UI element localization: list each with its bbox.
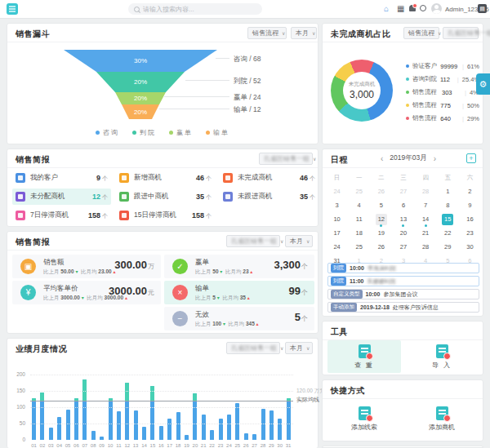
callout-line: [164, 96, 229, 97]
calendar-day[interactable]: 28: [415, 184, 437, 198]
unfollowed-opportunity-icon: [223, 192, 233, 202]
calendar-day[interactable]: 26: [370, 240, 392, 254]
calendar-day[interactable]: 23: [459, 226, 481, 240]
stat-card-lose[interactable]: ×输单比上月 5 ▾ 比月均 35 ▴99个: [164, 281, 314, 304]
calendar-day[interactable]: 6: [392, 198, 414, 212]
calendar-day[interactable]: 3: [326, 198, 348, 212]
briefing-tile[interactable]: 跟进中商机35个: [116, 189, 215, 205]
day-name: 一: [348, 171, 370, 184]
schedule-item[interactable]: 到院11:00朱娜娜到院: [327, 276, 479, 286]
x-tick-label: 06: [72, 443, 80, 448]
briefing-group-filter[interactable]: 孔雀区销售一组∨: [259, 153, 313, 165]
donut-legend-row[interactable]: 咨询到院112|25.4%: [406, 73, 479, 86]
briefing-tile[interactable]: 未完成商机46个: [220, 170, 318, 186]
notifications-bell-icon[interactable]: [409, 5, 416, 11]
calendar-day[interactable]: 14: [415, 212, 437, 226]
donut-legend-row[interactable]: 销售流程303|4%: [406, 86, 479, 99]
briefing-tile[interactable]: 7日停滞商机158个: [12, 207, 111, 224]
calendar-day[interactable]: 7: [415, 198, 437, 212]
stats-period-filter[interactable]: 本月∨: [285, 235, 313, 247]
calendar-day[interactable]: 25: [348, 240, 370, 254]
calendar-day[interactable]: 25: [348, 184, 370, 198]
calendar-day[interactable]: 13: [392, 212, 414, 226]
import-tool[interactable]: 导 入: [405, 340, 479, 373]
schedule-item[interactable]: 手动添加2019-12-18处理客户投诉信息: [327, 302, 479, 313]
apps-grid-icon[interactable]: ▦: [397, 4, 404, 14]
briefing-tile[interactable]: 15日停滞商机158个: [116, 207, 215, 224]
prev-month-icon[interactable]: ‹: [381, 154, 383, 163]
calendar-day[interactable]: 12: [370, 212, 392, 226]
stat-card-sales-amount[interactable]: ▣销售额比上月 50.00 ▾ 比月均 23.00 ▴300.00万: [12, 255, 161, 278]
add-schedule-button[interactable]: +: [466, 153, 476, 163]
calendar-day[interactable]: 17: [326, 226, 348, 240]
donut-legend-row[interactable]: 销售流程775|50%: [406, 99, 479, 112]
calendar-day[interactable]: 16: [459, 212, 481, 226]
calendar-day[interactable]: 1: [437, 184, 459, 198]
calendar-day[interactable]: 18: [348, 226, 370, 240]
collapse-icon[interactable]: ▤: [478, 4, 487, 13]
perf-period-filter[interactable]: 本月∨: [285, 342, 313, 354]
calendar-day[interactable]: 5: [370, 198, 392, 212]
calendar-day[interactable]: 29: [437, 240, 459, 254]
briefing-tile[interactable]: 我的客户9个: [12, 170, 111, 186]
donut-process-filter[interactable]: 销售流程∨: [403, 27, 439, 39]
funnel-process-filter[interactable]: 销售流程∨: [247, 27, 287, 39]
add-opportunity-shortcut[interactable]: 添加商机: [405, 402, 479, 435]
x-tick-label: 15: [149, 443, 157, 448]
sales-funnel-panel: 销售漏斗 销售流程∨ 本月∨ 30%咨询 / 6820%到院 / 5220%赢单…: [7, 23, 318, 144]
stat-card-win[interactable]: ✓赢单比上月 50 ▾ 比月均 23 ▴3,300个: [164, 255, 314, 278]
schedule-item[interactable]: 自定义类型10:00参加集团会议: [327, 289, 479, 299]
stat-card-avg-price[interactable]: ¥平均客单价比上月 3000.00 ▾ 比月均 3000.00 ▴3000.00…: [12, 281, 161, 304]
legend-item[interactable]: 到院: [132, 128, 156, 137]
perf-group-filter[interactable]: 孔雀区销售一组∨: [226, 342, 280, 354]
funnel-period-filter[interactable]: 本月∨: [291, 27, 317, 39]
calendar-day[interactable]: 11: [348, 212, 370, 226]
briefing-tile[interactable]: 新增商机46个: [116, 170, 215, 186]
calendar-day[interactable]: 24: [326, 184, 348, 198]
bar: [167, 419, 172, 440]
calendar-day[interactable]: 15: [437, 212, 459, 226]
briefing-tile[interactable]: 未分配商机12个: [12, 189, 111, 205]
calendar-day[interactable]: 2: [459, 184, 481, 198]
stalled-15d-icon: [119, 211, 129, 220]
help-icon[interactable]: [420, 5, 426, 11]
stat-card-invalid[interactable]: −无效比上月 100 ▾ 比月均 345 ▴5个: [164, 307, 314, 330]
legend-item[interactable]: 赢单: [169, 128, 193, 137]
legend-dot-icon: [406, 104, 409, 107]
calendar-day[interactable]: 22: [437, 226, 459, 240]
calendar-day[interactable]: 24: [326, 240, 348, 254]
dedupe-tool[interactable]: 查 重: [327, 340, 401, 373]
settings-gear-button[interactable]: ⚙: [476, 73, 490, 95]
stats-group-filter[interactable]: 孔雀区销售一组∨: [226, 235, 280, 247]
calendar-day[interactable]: 28: [415, 240, 437, 254]
add-lead-shortcut[interactable]: 添加线索: [327, 402, 401, 435]
next-month-icon[interactable]: ›: [434, 154, 436, 163]
global-search-input[interactable]: 请输入搜索内容...: [128, 3, 262, 15]
donut-group-filter[interactable]: 孔雀区销售一组∨: [443, 27, 479, 39]
avatar[interactable]: [431, 3, 442, 14]
x-tick-label: 09: [98, 443, 106, 448]
donut-legend-row[interactable]: 销售流程640|29%: [406, 112, 479, 125]
divider: [323, 167, 483, 168]
calendar-day[interactable]: 30: [459, 240, 481, 254]
calendar-day[interactable]: 10: [326, 212, 348, 226]
schedule-item[interactable]: 到院10:00李海涛到院: [327, 263, 479, 273]
calendar-day[interactable]: 9: [459, 198, 481, 212]
sales-briefing-grid-panel: 销售简报 孔雀区销售一组∨ 我的客户9个新增商机46个未完成商机46个未分配商机…: [7, 149, 318, 227]
calendar-day[interactable]: 26: [370, 184, 392, 198]
calendar-day[interactable]: 20: [392, 226, 414, 240]
legend-item[interactable]: 输单: [206, 128, 229, 137]
calendar-day[interactable]: 19: [370, 226, 392, 240]
donut-legend-row[interactable]: 验证客户99999|61%: [406, 60, 479, 73]
briefing-tile[interactable]: 未跟进商机35个: [220, 189, 318, 205]
calendar-day[interactable]: 8: [437, 198, 459, 212]
app-logo-icon[interactable]: [7, 3, 18, 15]
following-opportunity-icon: [119, 192, 129, 202]
legend-item[interactable]: 咨询: [96, 128, 119, 137]
calendar-day[interactable]: 4: [348, 198, 370, 212]
calendar-day[interactable]: 21: [415, 226, 437, 240]
x-tick-label: 28: [259, 443, 267, 448]
home-icon[interactable]: ⌂: [384, 4, 389, 14]
calendar-day[interactable]: 27: [392, 184, 414, 198]
calendar-day[interactable]: 27: [392, 240, 414, 254]
